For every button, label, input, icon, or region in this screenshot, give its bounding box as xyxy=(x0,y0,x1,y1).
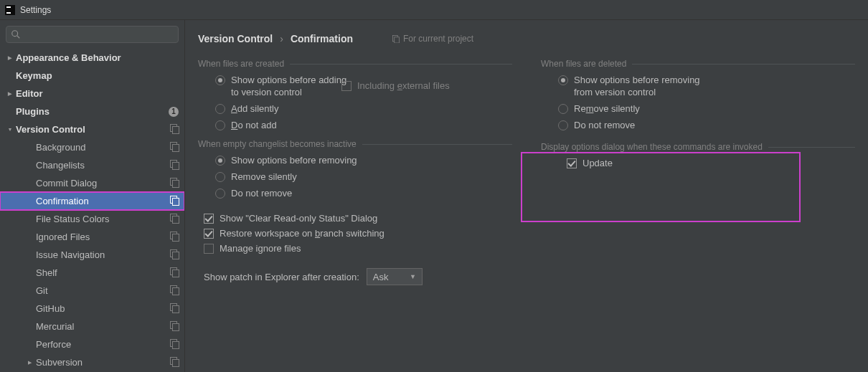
divider xyxy=(768,147,855,148)
scope-hint-label: For current project xyxy=(403,34,473,44)
group-heading: When empty changelist becomes inactive xyxy=(198,139,357,149)
radio-icon xyxy=(558,75,568,85)
patch-row: Show patch in Explorer after creation: A… xyxy=(198,268,512,285)
breadcrumb: Version Control Confirmation For current… xyxy=(198,29,855,49)
tree-row-subversion[interactable]: Subversion xyxy=(0,353,184,371)
checkbox-label: Update xyxy=(582,158,613,168)
radio-changelist-2[interactable]: Do not remove xyxy=(215,188,512,199)
group-files-deleted: When files are deleted Show options befo… xyxy=(541,59,855,130)
tree-row-github[interactable]: GitHub xyxy=(0,300,184,318)
select-patch-action[interactable]: Ask xyxy=(367,268,423,285)
tree-row-background[interactable]: Background xyxy=(0,138,184,156)
tree-label: Commit Dialog xyxy=(36,178,97,189)
right-column: When files are deleted Show options befo… xyxy=(541,59,855,285)
divider xyxy=(632,64,855,65)
svg-line-4 xyxy=(17,36,20,39)
group-display-dialog: Display options dialog when these comman… xyxy=(541,142,855,168)
tree-row-mercurial[interactable]: Mercurial xyxy=(0,318,184,335)
tree-row-changelists[interactable]: Changelists xyxy=(0,156,184,174)
tree-label: Ignored Files xyxy=(36,232,90,242)
radio-deleted-2[interactable]: Do not remove xyxy=(558,120,855,130)
tree-row-perforce[interactable]: Perforce xyxy=(0,335,184,353)
checkbox-label: Show "Clear Read-only Status" Dialog xyxy=(220,213,377,224)
project-scope-icon xyxy=(170,124,179,135)
radio-changelist-0[interactable]: Show options before removing xyxy=(215,155,512,166)
checkbox-icon xyxy=(341,81,352,91)
radio-icon xyxy=(215,156,225,166)
tree-label: Git xyxy=(36,285,48,296)
group-empty-changelist: When empty changelist becomes inactive S… xyxy=(198,139,512,199)
radio-created-2[interactable]: Do not add xyxy=(215,120,512,130)
tree-label: Editor xyxy=(16,88,43,99)
tree-row-plugins[interactable]: Plugins1 xyxy=(0,102,184,120)
radio-icon xyxy=(215,189,225,199)
checkbox-clear-readonly[interactable]: Show "Clear Read-only Status" Dialog xyxy=(204,213,512,224)
project-scope-icon xyxy=(170,321,179,332)
settings-content: Version Control Confirmation For current… xyxy=(185,20,868,372)
group-heading: Display options dialog when these comman… xyxy=(541,142,763,152)
checkbox-icon xyxy=(204,214,214,224)
radio-icon xyxy=(215,120,225,130)
radio-label: Show options before addingto version con… xyxy=(231,75,346,97)
svg-rect-1 xyxy=(6,6,11,8)
checkbox-including-external[interactable]: Including external files xyxy=(341,80,450,91)
chevron-down-icon xyxy=(4,125,16,133)
tree-row-editor[interactable]: Editor xyxy=(0,85,184,102)
svg-rect-2 xyxy=(6,12,11,14)
search-input[interactable] xyxy=(21,29,178,39)
checkbox-icon xyxy=(204,244,214,254)
chevron-right-icon xyxy=(24,358,36,366)
project-scope-icon xyxy=(170,142,179,153)
tree-label: GitHub xyxy=(36,303,65,314)
project-scope-icon xyxy=(170,339,179,350)
radio-label: Do not remove xyxy=(574,120,635,130)
radio-label: Show options before removingfrom version… xyxy=(574,75,700,97)
tree-label: Perforce xyxy=(36,339,71,350)
count-badge: 1 xyxy=(169,107,179,117)
tree-label: Plugins xyxy=(16,106,49,117)
svg-point-3 xyxy=(12,31,18,37)
project-scope-icon xyxy=(170,232,179,242)
tree-label: Changelists xyxy=(36,160,85,171)
svg-rect-6 xyxy=(395,37,400,43)
window-title: Settings xyxy=(20,5,51,15)
radio-icon xyxy=(558,120,568,130)
tree-row-issue-navigation[interactable]: Issue Navigation xyxy=(0,246,184,264)
chevron-right-icon xyxy=(4,90,16,97)
tree-row-file-status-colors[interactable]: File Status Colors xyxy=(0,210,184,228)
checkbox-label: Including external files xyxy=(357,80,450,91)
tree-row-git[interactable]: Git xyxy=(0,282,184,300)
checkbox-icon xyxy=(567,158,577,168)
radio-deleted-0[interactable]: Show options before removingfrom version… xyxy=(558,75,855,97)
checkbox-manage-ignore[interactable]: Manage ignore files xyxy=(204,243,512,254)
tree-label: Issue Navigation xyxy=(36,249,105,260)
tree-row-appearance-behavior[interactable]: Appearance & Behavior xyxy=(0,49,184,67)
radio-icon xyxy=(215,75,225,85)
checkbox-label: Restore workspace on branch switching xyxy=(220,228,385,239)
radio-label: Remove silently xyxy=(574,103,640,114)
tree-row-shelf[interactable]: Shelf xyxy=(0,264,184,282)
search-input-wrap[interactable] xyxy=(6,26,179,43)
tree-label: Subversion xyxy=(36,357,82,368)
project-scope-icon xyxy=(170,178,179,189)
tree-row-ignored-files[interactable]: Ignored Files xyxy=(0,228,184,246)
group-heading: When files are deleted xyxy=(541,59,626,69)
radio-label: Remove silently xyxy=(231,171,297,182)
checkbox-label: Manage ignore files xyxy=(220,243,301,254)
divider xyxy=(362,144,512,145)
radio-changelist-1[interactable]: Remove silently xyxy=(215,171,512,182)
patch-label: Show patch in Explorer after creation: xyxy=(204,272,359,282)
checkbox-update[interactable]: Update xyxy=(558,158,855,168)
radio-label: Add silently xyxy=(231,103,278,114)
tree-label: Background xyxy=(36,142,85,153)
tree-row-commit-dialog[interactable]: Commit Dialog xyxy=(0,174,184,192)
radio-label: Show options before removing xyxy=(231,155,357,166)
tree-row-confirmation[interactable]: Confirmation xyxy=(0,192,184,210)
tree-label: Confirmation xyxy=(36,196,89,206)
radio-deleted-1[interactable]: Remove silently xyxy=(558,103,855,114)
tree-row-version-control[interactable]: Version Control xyxy=(0,120,184,138)
radio-created-1[interactable]: Add silently xyxy=(215,103,512,114)
tree-row-keymap[interactable]: Keymap xyxy=(0,67,184,85)
group-files-created: When files are created Show options befo… xyxy=(198,59,512,130)
checkbox-restore-workspace[interactable]: Restore workspace on branch switching xyxy=(204,228,512,239)
